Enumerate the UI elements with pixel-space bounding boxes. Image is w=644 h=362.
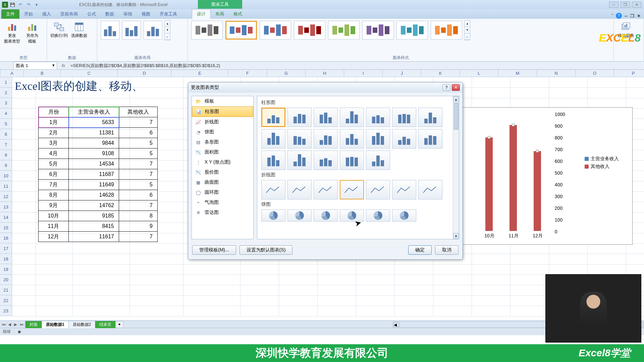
redo-icon[interactable]: ↷ (25, 1, 32, 8)
column-header-D[interactable]: D (118, 70, 171, 77)
manage-templates-button[interactable]: 管理模板(M)... (192, 245, 236, 255)
category-X Y (散点图)[interactable]: ⋮X Y (散点图) (192, 157, 253, 167)
column-header-B[interactable]: B (24, 70, 61, 77)
cancel-button[interactable]: 取消 (435, 245, 459, 255)
row-header-4[interactable]: 4 (0, 108, 12, 119)
line-type-1[interactable] (261, 180, 285, 199)
row-header-3[interactable]: 3 (0, 98, 12, 108)
line-type-3[interactable] (314, 180, 338, 199)
restore-button[interactable]: ❐ (621, 2, 630, 8)
style-gallery-scroll[interactable]: ▴▾⌄ (464, 20, 470, 40)
row-header-11[interactable]: 11 (0, 181, 12, 191)
name-box[interactable]: 图表 1▾ (13, 62, 57, 70)
column-type-6[interactable] (392, 108, 416, 127)
dialog-close-button[interactable]: ✕ (452, 84, 460, 91)
column-type-7[interactable] (418, 108, 442, 127)
pie-type-2[interactable] (287, 209, 312, 222)
row-header-20[interactable]: 20 (0, 275, 12, 285)
row-header-21[interactable]: 21 (0, 285, 12, 295)
chart-style-8[interactable] (431, 21, 462, 40)
column-header-K[interactable]: K (421, 70, 460, 77)
layout-gallery-scroll[interactable]: ▴▾⌄ (164, 20, 170, 40)
row-header-1[interactable]: 1 (0, 77, 12, 87)
help-icon[interactable]: ? (616, 13, 622, 19)
excel-icon[interactable]: X (2, 2, 8, 8)
column-header-F[interactable]: F (228, 70, 267, 77)
column-header-O[interactable]: O (576, 70, 614, 77)
column-type-11[interactable] (340, 129, 364, 148)
select-data-button[interactable]: 选择数据 (70, 20, 89, 40)
pie-type-1[interactable] (261, 209, 285, 222)
column-header-A[interactable]: A (0, 70, 24, 77)
tab-format[interactable]: 格式 (229, 9, 247, 19)
undo-icon[interactable]: ↶ (17, 1, 24, 8)
row-header-22[interactable]: 22 (0, 295, 12, 306)
tab-layout[interactable]: 布局 (211, 9, 229, 19)
tab-file[interactable]: 文件 (1, 9, 19, 19)
pie-type-3[interactable] (314, 209, 338, 222)
pie-type-5[interactable] (366, 209, 390, 222)
sheet-tab-封面[interactable]: 封面 (25, 321, 42, 328)
chart-style-7[interactable] (396, 21, 428, 40)
layout-option-1[interactable] (101, 21, 119, 40)
tab-design[interactable]: 设计 (192, 9, 211, 19)
chart-style-4[interactable] (294, 21, 325, 40)
sheet-tab-原始数据2[interactable]: 原始数据2 (68, 321, 96, 328)
row-header-16[interactable]: 16 (0, 233, 12, 243)
column-header-I[interactable]: I (344, 70, 383, 77)
column-header-E[interactable]: E (171, 70, 228, 77)
row-header-8[interactable]: 8 (0, 150, 12, 160)
category-模板[interactable]: 📁模板 (192, 96, 253, 106)
column-header-P[interactable]: P (614, 70, 644, 77)
layout-option-2[interactable] (122, 21, 141, 40)
column-header-H[interactable]: H (306, 70, 344, 77)
column-header-J[interactable]: J (383, 70, 421, 77)
row-header-19[interactable]: 19 (0, 264, 12, 275)
category-柱形图[interactable]: 📊柱形图 (192, 106, 253, 117)
ok-button[interactable]: 确定 (408, 245, 432, 255)
minimize-button[interactable]: ─ (609, 2, 619, 8)
line-type-4[interactable] (340, 180, 364, 199)
column-type-16[interactable] (287, 150, 312, 170)
column-type-5[interactable] (366, 108, 390, 127)
line-type-6[interactable] (392, 180, 416, 199)
tab-developer[interactable]: 开发工具 (155, 9, 182, 19)
sheet-tab-原始数据1[interactable]: 原始数据1 (42, 321, 69, 328)
row-header-12[interactable]: 12 (0, 191, 12, 202)
sheet-nav[interactable]: ⏮◀▶⏭ (0, 322, 25, 327)
line-type-7[interactable] (418, 180, 442, 199)
category-条形图[interactable]: ▤条形图 (192, 137, 253, 147)
row-header-6[interactable]: 6 (0, 129, 12, 139)
tab-review[interactable]: 审阅 (119, 9, 137, 19)
close-button[interactable]: ✕ (632, 2, 641, 8)
new-sheet-button[interactable]: ✦ (115, 321, 123, 327)
chart-style-6[interactable] (362, 21, 394, 40)
row-header-10[interactable]: 10 (0, 171, 12, 181)
chart-style-3[interactable] (260, 21, 291, 40)
row-header-15[interactable]: 15 (0, 223, 12, 233)
window-close-icon[interactable]: ✕ (637, 13, 641, 18)
layout-option-3[interactable] (144, 21, 162, 40)
row-header-13[interactable]: 13 (0, 202, 12, 212)
save-icon[interactable]: 💾 (9, 1, 16, 8)
chart-style-1[interactable] (191, 21, 223, 40)
category-饼图[interactable]: ◔饼图 (192, 127, 253, 137)
line-type-5[interactable] (366, 180, 390, 199)
column-header-G[interactable]: G (267, 70, 306, 77)
column-type-18[interactable] (340, 150, 364, 170)
column-type-19[interactable] (366, 150, 390, 170)
row-header-18[interactable]: 18 (0, 254, 12, 264)
window-restore-icon[interactable]: ❐ (630, 13, 634, 18)
line-type-2[interactable] (287, 180, 312, 199)
column-type-10[interactable] (314, 129, 338, 148)
save-as-template-button[interactable]: 另存为 模板 (23, 20, 42, 46)
chart-bar[interactable] (534, 151, 541, 231)
tab-data[interactable]: 数据 (101, 9, 119, 19)
switch-row-col-button[interactable]: 切换行/列 (50, 20, 68, 40)
category-雷达图[interactable]: ✲雷达图 (192, 207, 253, 218)
window-min-icon[interactable]: ─ (625, 13, 628, 18)
column-type-2[interactable] (287, 108, 312, 127)
category-面积图[interactable]: 📉面积图 (192, 147, 253, 157)
pie-type-6[interactable] (392, 209, 416, 222)
fx-icon[interactable]: fx (58, 63, 68, 68)
